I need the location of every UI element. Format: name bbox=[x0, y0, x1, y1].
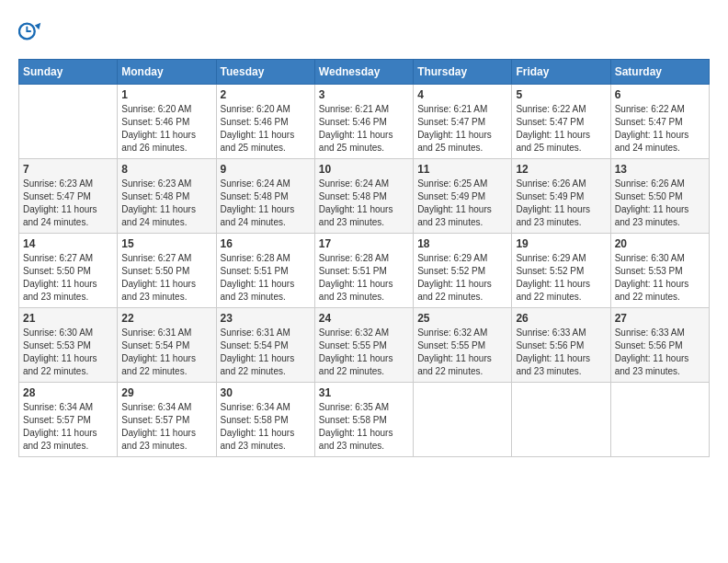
day-info: Sunrise: 6:22 AMSunset: 5:47 PMDaylight:… bbox=[516, 103, 606, 155]
week-row-4: 21Sunrise: 6:30 AMSunset: 5:53 PMDayligh… bbox=[19, 308, 710, 383]
day-number: 19 bbox=[516, 237, 606, 250]
day-number: 23 bbox=[221, 312, 311, 325]
page-header bbox=[18, 18, 710, 44]
day-number: 6 bbox=[615, 88, 705, 101]
calendar-cell: 1Sunrise: 6:20 AMSunset: 5:46 PMDaylight… bbox=[118, 85, 216, 159]
day-number: 4 bbox=[417, 88, 507, 101]
day-info: Sunrise: 6:30 AMSunset: 5:53 PMDaylight:… bbox=[615, 252, 705, 304]
day-info: Sunrise: 6:32 AMSunset: 5:55 PMDaylight:… bbox=[417, 327, 507, 378]
day-info: Sunrise: 6:28 AMSunset: 5:51 PMDaylight:… bbox=[319, 252, 409, 304]
day-number: 30 bbox=[221, 386, 311, 399]
calendar-cell: 15Sunrise: 6:27 AMSunset: 5:50 PMDayligh… bbox=[118, 234, 216, 308]
logo-icon bbox=[18, 18, 44, 44]
calendar-cell: 26Sunrise: 6:33 AMSunset: 5:56 PMDayligh… bbox=[512, 308, 610, 383]
calendar-cell: 9Sunrise: 6:24 AMSunset: 5:48 PMDaylight… bbox=[216, 159, 314, 234]
day-number: 22 bbox=[121, 312, 211, 325]
day-info: Sunrise: 6:33 AMSunset: 5:56 PMDaylight:… bbox=[615, 327, 705, 378]
day-info: Sunrise: 6:26 AMSunset: 5:50 PMDaylight:… bbox=[615, 178, 705, 229]
day-info: Sunrise: 6:26 AMSunset: 5:49 PMDaylight:… bbox=[516, 178, 606, 229]
calendar-header: SundayMondayTuesdayWednesdayThursdayFrid… bbox=[19, 60, 710, 85]
day-number: 17 bbox=[319, 237, 409, 250]
calendar-cell: 3Sunrise: 6:21 AMSunset: 5:46 PMDaylight… bbox=[314, 85, 413, 159]
calendar-cell bbox=[512, 383, 610, 457]
day-header-saturday: Saturday bbox=[610, 60, 709, 85]
day-info: Sunrise: 6:29 AMSunset: 5:52 PMDaylight:… bbox=[417, 252, 507, 304]
calendar-cell: 6Sunrise: 6:22 AMSunset: 5:47 PMDaylight… bbox=[610, 85, 709, 159]
day-info: Sunrise: 6:23 AMSunset: 5:48 PMDaylight:… bbox=[121, 178, 211, 229]
calendar-cell: 27Sunrise: 6:33 AMSunset: 5:56 PMDayligh… bbox=[610, 308, 709, 383]
day-number: 5 bbox=[516, 88, 606, 101]
day-info: Sunrise: 6:28 AMSunset: 5:51 PMDaylight:… bbox=[221, 252, 311, 304]
calendar-cell: 2Sunrise: 6:20 AMSunset: 5:46 PMDaylight… bbox=[216, 85, 314, 159]
calendar-cell: 18Sunrise: 6:29 AMSunset: 5:52 PMDayligh… bbox=[414, 234, 512, 308]
calendar-cell: 25Sunrise: 6:32 AMSunset: 5:55 PMDayligh… bbox=[414, 308, 512, 383]
day-number: 29 bbox=[121, 386, 211, 399]
day-info: Sunrise: 6:24 AMSunset: 5:48 PMDaylight:… bbox=[319, 178, 409, 229]
day-number: 18 bbox=[417, 237, 507, 250]
week-row-5: 28Sunrise: 6:34 AMSunset: 5:57 PMDayligh… bbox=[19, 383, 710, 457]
day-info: Sunrise: 6:34 AMSunset: 5:58 PMDaylight:… bbox=[221, 401, 311, 453]
calendar-cell: 31Sunrise: 6:35 AMSunset: 5:58 PMDayligh… bbox=[314, 383, 413, 457]
calendar-cell: 21Sunrise: 6:30 AMSunset: 5:53 PMDayligh… bbox=[19, 308, 118, 383]
calendar-cell: 16Sunrise: 6:28 AMSunset: 5:51 PMDayligh… bbox=[216, 234, 314, 308]
day-info: Sunrise: 6:33 AMSunset: 5:56 PMDaylight:… bbox=[516, 327, 606, 378]
day-info: Sunrise: 6:27 AMSunset: 5:50 PMDaylight:… bbox=[23, 252, 113, 304]
day-header-monday: Monday bbox=[118, 60, 216, 85]
day-number: 31 bbox=[319, 386, 409, 399]
day-info: Sunrise: 6:23 AMSunset: 5:47 PMDaylight:… bbox=[23, 178, 113, 229]
calendar-cell: 10Sunrise: 6:24 AMSunset: 5:48 PMDayligh… bbox=[314, 159, 413, 234]
day-info: Sunrise: 6:20 AMSunset: 5:46 PMDaylight:… bbox=[121, 103, 211, 155]
day-number: 26 bbox=[516, 312, 606, 325]
day-number: 13 bbox=[615, 163, 705, 176]
calendar-cell: 29Sunrise: 6:34 AMSunset: 5:57 PMDayligh… bbox=[118, 383, 216, 457]
day-number: 11 bbox=[417, 163, 507, 176]
day-number: 2 bbox=[221, 88, 311, 101]
day-number: 24 bbox=[319, 312, 409, 325]
day-number: 7 bbox=[23, 163, 113, 176]
day-number: 3 bbox=[319, 88, 409, 101]
calendar-cell: 14Sunrise: 6:27 AMSunset: 5:50 PMDayligh… bbox=[19, 234, 118, 308]
day-header-thursday: Thursday bbox=[414, 60, 512, 85]
day-number: 20 bbox=[615, 237, 705, 250]
calendar-cell: 19Sunrise: 6:29 AMSunset: 5:52 PMDayligh… bbox=[512, 234, 610, 308]
calendar-cell: 4Sunrise: 6:21 AMSunset: 5:47 PMDaylight… bbox=[414, 85, 512, 159]
day-header-wednesday: Wednesday bbox=[314, 60, 413, 85]
calendar-cell: 30Sunrise: 6:34 AMSunset: 5:58 PMDayligh… bbox=[216, 383, 314, 457]
week-row-2: 7Sunrise: 6:23 AMSunset: 5:47 PMDaylight… bbox=[19, 159, 710, 234]
day-info: Sunrise: 6:21 AMSunset: 5:47 PMDaylight:… bbox=[417, 103, 507, 155]
calendar-cell: 12Sunrise: 6:26 AMSunset: 5:49 PMDayligh… bbox=[512, 159, 610, 234]
day-header-tuesday: Tuesday bbox=[216, 60, 314, 85]
calendar-table: SundayMondayTuesdayWednesdayThursdayFrid… bbox=[18, 59, 710, 457]
calendar-cell: 23Sunrise: 6:31 AMSunset: 5:54 PMDayligh… bbox=[216, 308, 314, 383]
calendar-cell: 11Sunrise: 6:25 AMSunset: 5:49 PMDayligh… bbox=[414, 159, 512, 234]
day-header-friday: Friday bbox=[512, 60, 610, 85]
day-number: 27 bbox=[615, 312, 705, 325]
day-number: 9 bbox=[221, 163, 311, 176]
day-number: 1 bbox=[121, 88, 211, 101]
calendar-cell: 22Sunrise: 6:31 AMSunset: 5:54 PMDayligh… bbox=[118, 308, 216, 383]
day-number: 8 bbox=[121, 163, 211, 176]
day-info: Sunrise: 6:29 AMSunset: 5:52 PMDaylight:… bbox=[516, 252, 606, 304]
calendar-cell: 20Sunrise: 6:30 AMSunset: 5:53 PMDayligh… bbox=[610, 234, 709, 308]
calendar-cell: 5Sunrise: 6:22 AMSunset: 5:47 PMDaylight… bbox=[512, 85, 610, 159]
week-row-1: 1Sunrise: 6:20 AMSunset: 5:46 PMDaylight… bbox=[19, 85, 710, 159]
calendar-cell bbox=[414, 383, 512, 457]
calendar-cell: 7Sunrise: 6:23 AMSunset: 5:47 PMDaylight… bbox=[19, 159, 118, 234]
day-info: Sunrise: 6:20 AMSunset: 5:46 PMDaylight:… bbox=[221, 103, 311, 155]
calendar-cell: 13Sunrise: 6:26 AMSunset: 5:50 PMDayligh… bbox=[610, 159, 709, 234]
calendar-cell: 24Sunrise: 6:32 AMSunset: 5:55 PMDayligh… bbox=[314, 308, 413, 383]
day-info: Sunrise: 6:32 AMSunset: 5:55 PMDaylight:… bbox=[319, 327, 409, 378]
day-number: 15 bbox=[121, 237, 211, 250]
day-info: Sunrise: 6:34 AMSunset: 5:57 PMDaylight:… bbox=[121, 401, 211, 453]
week-row-3: 14Sunrise: 6:27 AMSunset: 5:50 PMDayligh… bbox=[19, 234, 710, 308]
calendar-cell: 28Sunrise: 6:34 AMSunset: 5:57 PMDayligh… bbox=[19, 383, 118, 457]
calendar-cell: 8Sunrise: 6:23 AMSunset: 5:48 PMDaylight… bbox=[118, 159, 216, 234]
day-info: Sunrise: 6:30 AMSunset: 5:53 PMDaylight:… bbox=[23, 327, 113, 378]
day-number: 10 bbox=[319, 163, 409, 176]
calendar-body: 1Sunrise: 6:20 AMSunset: 5:46 PMDaylight… bbox=[19, 85, 710, 457]
day-info: Sunrise: 6:24 AMSunset: 5:48 PMDaylight:… bbox=[221, 178, 311, 229]
day-info: Sunrise: 6:25 AMSunset: 5:49 PMDaylight:… bbox=[417, 178, 507, 229]
day-info: Sunrise: 6:22 AMSunset: 5:47 PMDaylight:… bbox=[615, 103, 705, 155]
day-info: Sunrise: 6:21 AMSunset: 5:46 PMDaylight:… bbox=[319, 103, 409, 155]
day-info: Sunrise: 6:27 AMSunset: 5:50 PMDaylight:… bbox=[121, 252, 211, 304]
